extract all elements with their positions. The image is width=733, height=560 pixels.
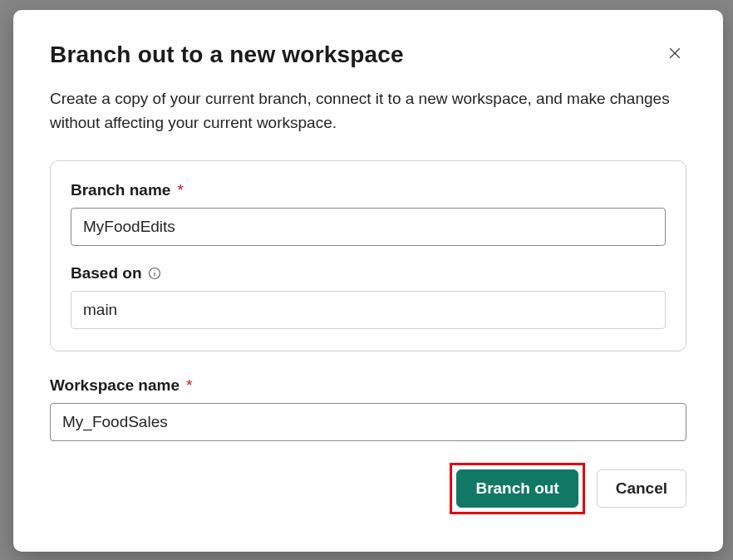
required-indicator: * — [177, 181, 183, 199]
workspace-name-input[interactable] — [50, 403, 686, 441]
branch-name-label: Branch name * — [71, 181, 666, 199]
dialog-description: Create a copy of your current branch, co… — [50, 86, 686, 135]
dialog-footer: Branch out Cancel — [50, 463, 686, 514]
workspace-name-group: Workspace name * — [50, 376, 686, 441]
dialog-header: Branch out to a new workspace — [50, 42, 686, 68]
required-indicator: * — [186, 376, 192, 395]
dialog-title: Branch out to a new workspace — [50, 42, 404, 68]
branch-settings-card: Branch name * Based on — [50, 160, 686, 351]
branch-name-label-text: Branch name — [71, 181, 170, 199]
primary-button-highlight: Branch out — [450, 463, 584, 514]
branch-name-input[interactable] — [71, 208, 666, 246]
svg-point-4 — [154, 270, 155, 271]
based-on-input[interactable] — [71, 291, 666, 329]
workspace-name-label-text: Workspace name — [50, 376, 180, 395]
info-icon[interactable] — [147, 266, 162, 281]
close-button[interactable] — [663, 42, 686, 67]
branch-out-button[interactable]: Branch out — [456, 469, 578, 508]
based-on-label-text: Based on — [71, 264, 142, 282]
based-on-label: Based on — [71, 264, 666, 282]
cancel-button[interactable]: Cancel — [597, 469, 686, 508]
branch-name-group: Branch name * — [71, 181, 666, 246]
workspace-name-label: Workspace name * — [50, 376, 686, 395]
branch-out-dialog: Branch out to a new workspace Create a c… — [13, 10, 723, 552]
based-on-group: Based on — [71, 264, 666, 329]
close-icon — [667, 45, 683, 64]
